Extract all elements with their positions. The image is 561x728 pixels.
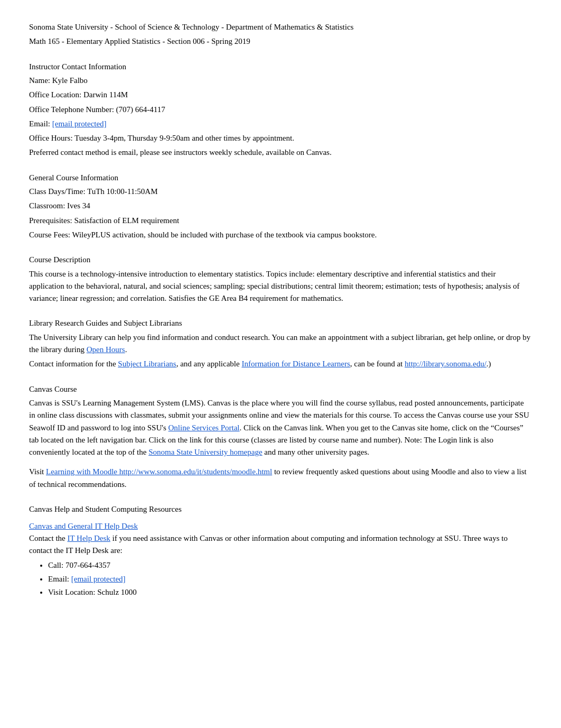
canvas-it-help-title-line: Canvas and General IT Help Desk [29,520,532,532]
general-course-prerequisites: Prerequisites: Satisfaction of ELM requi… [29,215,532,227]
library-contact-mid: , and any applicable [176,360,242,368]
course-description-body: This course is a technology-intensive in… [29,268,532,305]
header-line2: Math 165 - Elementary Applied Statistics… [29,35,532,48]
canvas-it-help-title-link[interactable]: Canvas and General IT Help Desk [29,522,138,530]
general-course-class-days: Class Days/Time: TuTh 10:00-11:50AM [29,186,532,198]
library-period: . [125,345,127,354]
library-dot-paren: .) [487,360,491,368]
library-url-link[interactable]: http://library.sonoma.edu/ [405,360,487,368]
bullet-visit: Visit Location: Schulz 1000 [48,586,532,600]
instructor-email-link[interactable]: [email protected] [52,119,107,128]
instructor-title: Instructor Contact Information [29,61,532,73]
online-portal-link[interactable]: Online Services Portal [169,423,240,432]
library-contact: Contact information for the Subject Libr… [29,358,532,370]
instructor-preferred-contact: Preferred contact method is email, pleas… [29,146,532,159]
bullet-call-text: Call: 707-664-4357 [48,561,110,569]
open-hours-link[interactable]: Open Hours [87,345,125,354]
library-contact-end: , can be found at [350,360,405,368]
library-body: The University Library can help you find… [29,331,532,356]
bullet-call: Call: 707-664-4357 [48,559,532,573]
header-section: Sonoma State University - School of Scie… [29,21,532,48]
bullet-email-link[interactable]: [email protected] [71,575,126,583]
header-line1: Sonoma State University - School of Scie… [29,21,532,33]
instructor-office-telephone: Office Telephone Number: (707) 664-4117 [29,104,532,116]
canvas-course-title: Canvas Course [29,383,532,395]
general-course-fees: Course Fees: WileyPLUS activation, shoul… [29,229,532,241]
bullet-email-prefix: Email: [48,575,71,583]
bullet-email: Email: [email protected] [48,573,532,586]
subject-librarians-link[interactable]: Subject Librarians [118,360,176,368]
instructor-office-location: Office Location: Darwin 114M [29,89,532,101]
instructor-email-line: Email: [email protected] [29,118,532,130]
course-description-section: Course Description This course is a tech… [29,254,532,305]
canvas-body-end: and many other university pages. [263,448,369,456]
library-title: Library Research Guides and Subject Libr… [29,317,532,329]
general-course-title: General Course Information [29,172,532,184]
bullet-visit-text: Visit Location: Schulz 1000 [48,588,137,596]
canvas-course-section: Canvas Course Canvas is SSU's Learning M… [29,383,532,491]
canvas-visit-text: Visit Learning with Moodle http://www.so… [29,466,532,491]
course-description-title: Course Description [29,254,532,266]
instructor-section: Instructor Contact Information Name: Kyl… [29,61,532,159]
visit-text-start: Visit [29,467,46,476]
it-contact-intro: Contact the [29,534,67,542]
general-course-section: General Course Information Class Days/Ti… [29,172,532,242]
distance-learners-link[interactable]: Information for Distance Learners [241,360,350,368]
canvas-course-body: Canvas is SSU's Learning Management Syst… [29,397,532,458]
instructor-office-hours: Office Hours: Tuesday 3-4pm, Thursday 9-… [29,132,532,144]
ssu-homepage-link[interactable]: Sonoma State University homepage [148,448,262,456]
canvas-help-section: Canvas Help and Student Computing Resour… [29,503,532,600]
it-help-bullets: Call: 707-664-4357 Email: [email protect… [48,559,532,600]
library-contact-intro: Contact information for the [29,360,118,368]
instructor-name: Name: Kyle Falbo [29,75,532,87]
it-help-desk-link[interactable]: IT Help Desk [67,534,110,542]
canvas-help-title: Canvas Help and Student Computing Resour… [29,503,532,515]
email-label: Email: [29,119,52,128]
general-course-classroom: Classroom: Ives 34 [29,200,532,212]
learning-moodle-link[interactable]: Learning with Moodle http://www.sonoma.e… [46,467,272,476]
library-section: Library Research Guides and Subject Libr… [29,317,532,370]
canvas-it-help-body: Contact the IT Help Desk if you need ass… [29,532,532,557]
